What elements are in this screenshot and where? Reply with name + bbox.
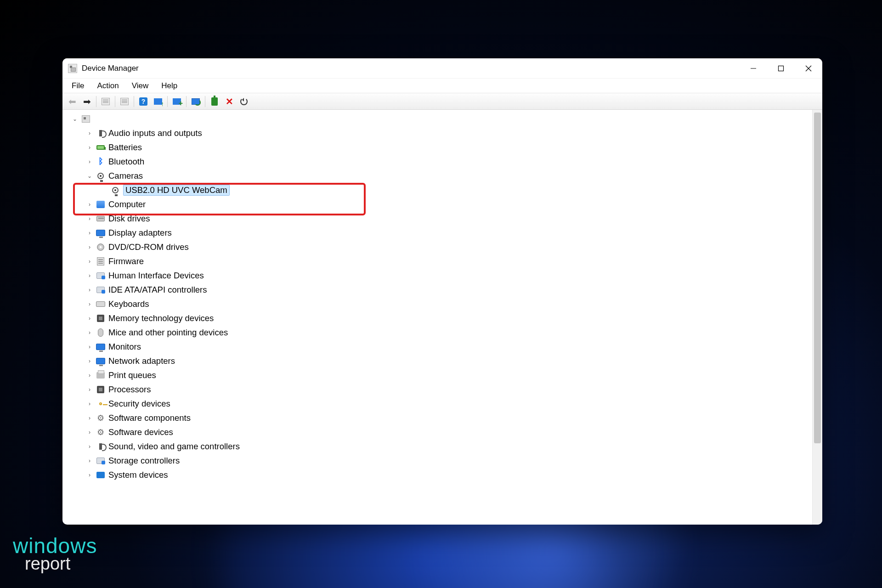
help-button[interactable]: ? (136, 95, 150, 108)
toolbar-separator (134, 96, 134, 107)
expander-icon[interactable]: › (85, 386, 94, 393)
update-driver-icon (154, 98, 162, 105)
show-hide-tree-button[interactable] (99, 95, 113, 108)
generic-icon (96, 287, 105, 293)
generic-icon (96, 272, 105, 279)
close-button[interactable] (795, 58, 822, 79)
expander-icon[interactable]: › (85, 301, 94, 307)
refresh-button[interactable] (237, 95, 251, 108)
expander-icon[interactable]: › (85, 315, 94, 322)
tree-node-root[interactable]: ⌄ (67, 112, 812, 126)
expander-icon[interactable]: › (85, 272, 94, 279)
update-driver-button[interactable] (151, 95, 165, 108)
add-hardware-button[interactable] (170, 95, 184, 108)
toolbar-separator (96, 96, 96, 107)
uninstall-button[interactable] (208, 95, 221, 108)
scan-hardware-icon (192, 98, 200, 105)
tree-node-label: USB2.0 HD UVC WebCam (123, 185, 230, 196)
camera-icon (112, 187, 119, 193)
keyboard-icon (96, 301, 105, 307)
expander-icon[interactable]: › (85, 401, 94, 407)
expander-icon[interactable]: › (85, 344, 94, 350)
expander-icon[interactable]: › (85, 244, 94, 250)
expander-icon[interactable]: › (85, 158, 94, 165)
tree-node-cam[interactable]: ⌄Cameras (67, 169, 812, 183)
tree-node-net[interactable]: ›Network adapters (67, 354, 812, 368)
tree-node-label: Audio inputs and outputs (108, 128, 205, 138)
expander-icon[interactable]: › (85, 472, 94, 478)
expander-icon[interactable]: ⌄ (71, 116, 79, 122)
expander-icon[interactable]: › (85, 429, 94, 435)
expander-icon[interactable]: › (85, 230, 94, 236)
tree-node-label: Human Interface Devices (108, 271, 207, 281)
tree-node-batt[interactable]: ›Batteries (67, 140, 812, 154)
tree-node-disp[interactable]: ›Display adapters (67, 226, 812, 240)
tree-node-print[interactable]: ›Print queues (67, 368, 812, 382)
disable-device-button[interactable]: ✕ (222, 95, 236, 108)
tree-node-sec[interactable]: ›Security devices (67, 396, 812, 411)
back-button[interactable]: ⬅ (65, 95, 79, 108)
expander-icon[interactable]: › (85, 458, 94, 464)
tree-node-label: Network adapters (108, 356, 178, 366)
computer-icon (96, 201, 105, 208)
tree-node-bt[interactable]: ›ᛒBluetooth (67, 154, 812, 169)
tree-node-mem[interactable]: ›Memory technology devices (67, 311, 812, 325)
tree-node-dvd[interactable]: ›DVD/CD-ROM drives (67, 240, 812, 254)
expander-icon[interactable]: › (85, 287, 94, 293)
tree-node-swc[interactable]: ›⚙Software components (67, 411, 812, 425)
tree-node-comp[interactable]: ›Computer (67, 197, 812, 211)
tree-node-mon[interactable]: ›Monitors (67, 339, 812, 354)
tree-node-swd[interactable]: ›⚙Software devices (67, 425, 812, 439)
expander-icon[interactable]: › (85, 258, 94, 265)
tree-node-label: Memory technology devices (108, 313, 216, 323)
expander-icon[interactable]: › (85, 358, 94, 364)
menu-file[interactable]: File (65, 79, 90, 92)
expander-icon[interactable]: › (85, 415, 94, 421)
tree-node-label: Print queues (108, 370, 159, 380)
watermark-line2: report (13, 556, 97, 571)
properties-button[interactable] (118, 95, 131, 108)
tree-node-sys[interactable]: ›System devices (67, 468, 812, 482)
tree-node-label: System devices (108, 470, 171, 480)
menu-help[interactable]: Help (155, 79, 184, 92)
tree-node-audio[interactable]: ›Audio inputs and outputs (67, 126, 812, 140)
scrollbar-thumb[interactable] (814, 113, 821, 443)
expander-icon[interactable]: › (85, 329, 94, 336)
expander-icon[interactable]: › (85, 130, 94, 136)
tree-node-mouse[interactable]: ›Mice and other pointing devices (67, 325, 812, 339)
tree-node-hid[interactable]: ›Human Interface Devices (67, 268, 812, 283)
maximize-button[interactable] (767, 58, 795, 79)
minimize-button[interactable] (740, 58, 767, 79)
disk-icon (96, 216, 105, 221)
menu-view[interactable]: View (125, 79, 155, 92)
expander-icon[interactable]: › (85, 144, 94, 151)
tree-node-sound[interactable]: ›Sound, video and game controllers (67, 439, 812, 453)
tree-node-label: Firmware (108, 256, 147, 266)
tree-node-label: Monitors (108, 342, 144, 352)
tree-icon (102, 98, 110, 105)
forward-button[interactable]: ➡ (80, 95, 94, 108)
expander-icon[interactable]: › (85, 201, 94, 208)
maximize-icon (778, 65, 784, 72)
tree-node-proc[interactable]: ›Processors (67, 382, 812, 396)
device-manager-window: Device Manager File Action View Help ⬅ ➡… (62, 58, 822, 525)
expander-icon[interactable]: › (85, 372, 94, 379)
tree-node-label: Computer (108, 199, 148, 209)
help-icon: ? (139, 97, 147, 106)
tree-node-fw[interactable]: ›Firmware (67, 254, 812, 268)
tree-node-kb[interactable]: ›Keyboards (67, 297, 812, 311)
monitor-icon (96, 344, 105, 350)
device-tree[interactable]: ⌄›Audio inputs and outputs›Batteries›ᛒBl… (62, 110, 812, 525)
key-icon (99, 402, 102, 405)
tree-node-disk[interactable]: ›Disk drives (67, 211, 812, 226)
tree-node-ide[interactable]: ›IDE ATA/ATAPI controllers (67, 283, 812, 297)
expander-icon[interactable]: › (85, 215, 94, 222)
expander-icon[interactable]: ⌄ (85, 173, 94, 179)
tree-node-cam0[interactable]: USB2.0 HD UVC WebCam (67, 183, 812, 197)
expander-icon[interactable]: › (85, 443, 94, 450)
chip-icon (97, 386, 104, 393)
vertical-scrollbar[interactable] (812, 110, 822, 525)
tree-node-stor[interactable]: ›Storage controllers (67, 453, 812, 468)
menu-action[interactable]: Action (90, 79, 125, 92)
scan-hardware-button[interactable] (189, 95, 203, 108)
